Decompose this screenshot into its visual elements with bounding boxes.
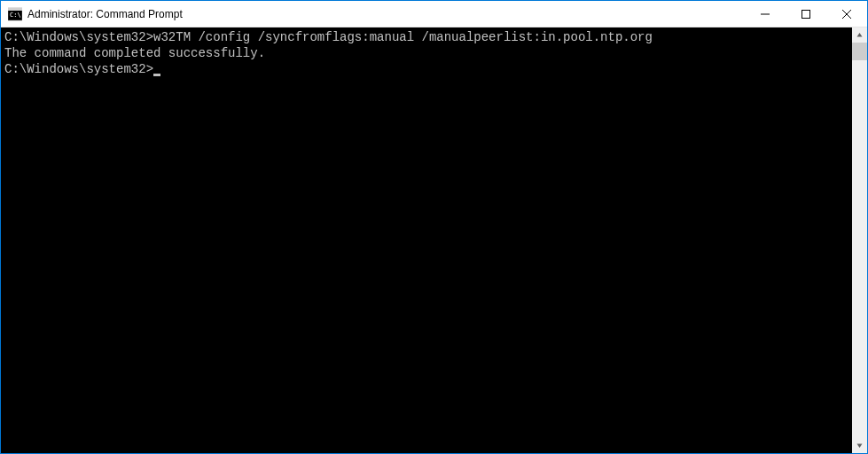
terminal-line: C:\Windows\system32> bbox=[4, 61, 852, 77]
command-prompt-window: C:\ Administrator: Command Prompt C:\Win… bbox=[0, 0, 868, 454]
vertical-scrollbar[interactable] bbox=[852, 27, 867, 453]
terminal-line: The command completed successfully. bbox=[4, 45, 852, 61]
command-text: w32TM /config /syncfromflags:manual /man… bbox=[153, 30, 653, 44]
terminal-output[interactable]: C:\Windows\system32>w32TM /config /syncf… bbox=[1, 27, 852, 453]
titlebar[interactable]: C:\ Administrator: Command Prompt bbox=[1, 1, 867, 27]
command-prompt-icon: C:\ bbox=[8, 7, 22, 21]
maximize-button[interactable] bbox=[786, 1, 826, 27]
terminal-cursor bbox=[153, 74, 160, 76]
terminal-line: C:\Windows\system32>w32TM /config /syncf… bbox=[4, 29, 852, 45]
prompt-text: C:\Windows\system32> bbox=[4, 62, 153, 76]
scrollbar-thumb[interactable] bbox=[852, 43, 867, 60]
svg-text:C:\: C:\ bbox=[10, 12, 21, 19]
window-title: Administrator: Command Prompt bbox=[27, 8, 745, 20]
prompt-text: C:\Windows\system32> bbox=[4, 30, 153, 44]
minimize-button[interactable] bbox=[745, 1, 786, 27]
window-controls bbox=[745, 1, 867, 27]
svg-rect-4 bbox=[802, 10, 810, 18]
scrollbar-track[interactable] bbox=[852, 43, 867, 438]
content-area: C:\Windows\system32>w32TM /config /syncf… bbox=[1, 27, 867, 453]
svg-marker-7 bbox=[857, 33, 863, 37]
scroll-down-button[interactable] bbox=[852, 438, 867, 453]
svg-rect-1 bbox=[8, 8, 22, 11]
svg-marker-8 bbox=[857, 444, 863, 449]
scroll-up-button[interactable] bbox=[852, 27, 867, 43]
close-button[interactable] bbox=[826, 1, 867, 27]
